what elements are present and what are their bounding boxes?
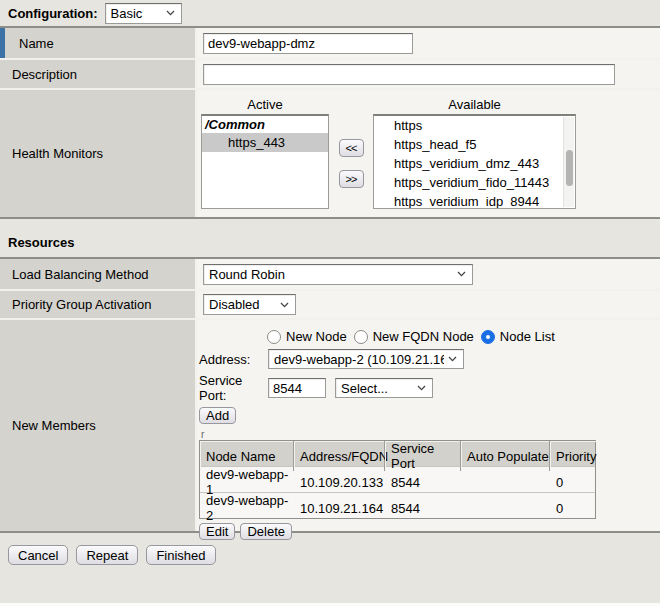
address-select-value: dev9-webapp-2 (10.109.21.164) <box>274 352 444 367</box>
move-to-active-button[interactable]: << <box>339 139 364 157</box>
form-action-buttons: Cancel Repeat Finished <box>8 545 660 565</box>
service-port-label: Service Port: <box>199 373 268 403</box>
available-monitors-listbox[interactable]: https https_head_f5 https_veridium_dmz_4… <box>373 114 576 209</box>
general-properties-table: Name Description Health Monitors Active … <box>0 26 660 219</box>
delete-button[interactable]: Delete <box>240 523 292 540</box>
priority-group-select-value: Disabled <box>209 297 276 312</box>
table-row[interactable]: dev9-webapp-2 10.109.21.164 8544 0 <box>200 492 595 518</box>
add-button-row: Add <box>199 407 660 424</box>
available-monitor-item[interactable]: https_veridium_dmz_443 <box>374 154 575 173</box>
new-members-row: New Members New Node New FQDN Node Node … <box>0 318 660 531</box>
scrollbar-thumb[interactable] <box>566 150 573 186</box>
available-monitor-item[interactable]: https_head_f5 <box>374 135 575 154</box>
cell-service-port: 8544 <box>385 493 461 523</box>
active-list-header: Active <box>201 97 329 114</box>
radio-option-new-node[interactable]: New Node <box>267 329 347 344</box>
radio-icon[interactable] <box>354 330 368 344</box>
resources-table: Load Balancing Method Round Robin Priori… <box>0 257 660 533</box>
priority-group-row: Priority Group Activation Disabled <box>0 289 660 318</box>
chevron-down-icon <box>448 356 457 362</box>
cell-auto-populate <box>461 493 550 523</box>
service-port-field-row: Service Port: Select... <box>199 373 660 403</box>
available-monitors-column: Available https https_head_f5 https_veri… <box>373 97 576 209</box>
name-row-label: Name <box>0 28 197 58</box>
description-row-label: Description <box>0 60 197 88</box>
address-select[interactable]: dev9-webapp-2 (10.109.21.164) <box>268 349 464 369</box>
new-members-row-label: New Members <box>0 320 197 531</box>
partition-group-label: /Common <box>202 116 328 133</box>
service-port-input[interactable] <box>268 378 326 398</box>
radio-option-node-list[interactable]: Node List <box>481 329 555 344</box>
description-row: Description <box>0 58 660 88</box>
available-list-header: Available <box>373 97 576 114</box>
radio-icon[interactable] <box>267 330 281 344</box>
active-monitors-listbox[interactable]: /Common https_443 <box>201 114 329 209</box>
name-row: Name <box>0 28 660 58</box>
edit-button[interactable]: Edit <box>199 523 235 540</box>
scrollbar-track[interactable] <box>563 117 574 207</box>
configuration-select-value: Basic <box>111 6 162 21</box>
load-balancing-select-value: Round Robin <box>209 267 453 282</box>
address-field-row: Address: dev9-webapp-2 (10.109.21.164) <box>199 349 660 369</box>
cell-address: 10.109.21.164 <box>294 493 385 523</box>
required-marker <box>0 28 5 58</box>
available-monitor-item[interactable]: https_veridium_fido_11443 <box>374 173 575 192</box>
service-port-select-value: Select... <box>341 381 413 396</box>
stray-glyph: r <box>201 431 660 439</box>
health-monitors-row: Health Monitors Active /Common https_443… <box>0 88 660 217</box>
priority-group-select[interactable]: Disabled <box>203 294 296 315</box>
address-label: Address: <box>199 352 268 367</box>
priority-group-row-label: Priority Group Activation <box>0 291 197 318</box>
members-table-header: Node Name Address/FQDN Service Port Auto… <box>200 441 595 466</box>
name-input[interactable] <box>203 33 413 54</box>
load-balancing-select[interactable]: Round Robin <box>203 264 473 285</box>
active-monitor-item[interactable]: https_443 <box>202 133 328 152</box>
members-table: Node Name Address/FQDN Service Port Auto… <box>199 440 596 519</box>
members-table-buttons: Edit Delete <box>199 523 660 540</box>
configuration-bar: Configuration: Basic <box>0 0 660 26</box>
cancel-button[interactable]: Cancel <box>8 545 68 565</box>
chevron-down-icon <box>457 271 466 277</box>
radio-selected-icon[interactable] <box>481 330 495 344</box>
service-port-select[interactable]: Select... <box>335 378 433 398</box>
add-button[interactable]: Add <box>199 407 236 424</box>
configuration-label: Configuration: <box>8 6 98 21</box>
configuration-select[interactable]: Basic <box>105 3 182 24</box>
chevron-down-icon <box>417 385 426 391</box>
available-monitor-item[interactable]: https_veridium_idp_8944 <box>374 192 575 209</box>
table-row[interactable]: dev9-webapp-1 10.109.20.133 8544 0 <box>200 466 595 492</box>
repeat-button[interactable]: Repeat <box>76 545 138 565</box>
chevron-down-icon <box>280 302 289 308</box>
move-to-available-button[interactable]: >> <box>339 170 364 188</box>
chevron-down-icon <box>166 10 175 16</box>
monitor-move-buttons: << >> <box>329 97 373 209</box>
cell-node-name: dev9-webapp-2 <box>200 493 294 523</box>
description-input[interactable] <box>203 64 615 85</box>
radio-option-new-fqdn-node[interactable]: New FQDN Node <box>354 329 474 344</box>
available-monitor-item[interactable]: https <box>374 116 575 135</box>
load-balancing-row: Load Balancing Method Round Robin <box>0 259 660 289</box>
load-balancing-row-label: Load Balancing Method <box>0 259 197 289</box>
finished-button[interactable]: Finished <box>146 545 215 565</box>
resources-section-header: Resources <box>8 235 660 251</box>
health-monitors-row-label: Health Monitors <box>0 90 197 217</box>
active-monitors-column: Active /Common https_443 <box>201 97 329 209</box>
cell-priority: 0 <box>550 493 595 523</box>
node-type-radio-group: New Node New FQDN Node Node List <box>267 329 660 344</box>
